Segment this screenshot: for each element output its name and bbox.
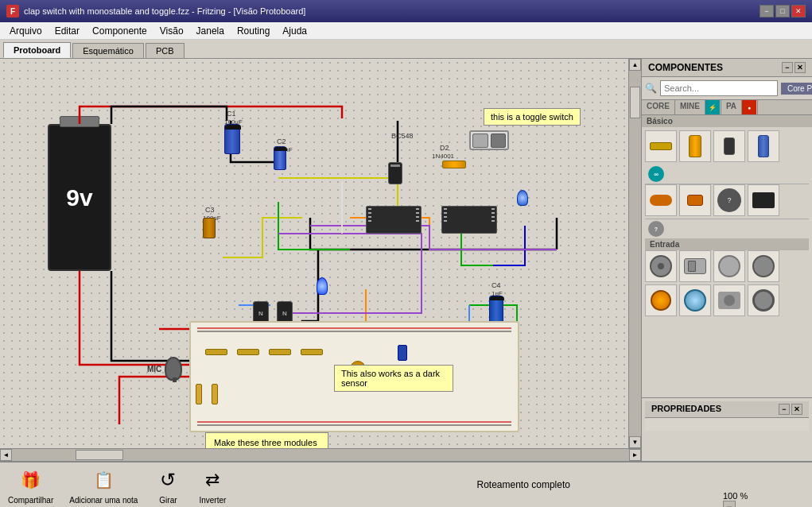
arduino-icon[interactable]: ∞	[648, 166, 664, 182]
scroll-down-button[interactable]: ▼	[629, 436, 641, 448]
routing-status: Roteamento completo	[243, 479, 804, 490]
scroll-up-button[interactable]: ▲	[629, 59, 641, 71]
menu-editar[interactable]: Editar	[49, 24, 86, 38]
category-tabs: CORE MINE ⚡ PA ●	[642, 100, 812, 115]
minimize-button[interactable]: −	[760, 5, 774, 17]
led-blue[interactable]	[517, 190, 528, 206]
menu-ajuda[interactable]: Ajuda	[276, 24, 313, 38]
sidebar-minimize-button[interactable]: −	[782, 62, 793, 73]
add-note-button[interactable]: 📋 Adicionar uma nota	[69, 466, 138, 505]
capacitor-c3[interactable]	[203, 218, 216, 238]
comp-photo[interactable]	[645, 284, 677, 316]
battery-9v[interactable]: 9v	[48, 124, 111, 271]
tab-esquematico[interactable]: Esquemático	[72, 43, 144, 58]
cat-mine[interactable]: MINE	[675, 100, 705, 114]
share-button[interactable]: 🎁 Compartilhar	[8, 466, 53, 505]
microphone[interactable]	[165, 357, 182, 381]
comp-speaker[interactable]	[713, 284, 745, 316]
menu-routing[interactable]: Routing	[231, 24, 276, 38]
title-text: clap switch with monostable and toggle.f…	[24, 6, 305, 16]
diode-d2[interactable]	[442, 161, 466, 168]
comp-row-1	[645, 130, 809, 162]
resistor-4[interactable]	[301, 349, 323, 355]
capacitor-c1[interactable]	[224, 124, 240, 154]
props-close-button[interactable]: ✕	[791, 404, 802, 415]
comp-switch[interactable]	[679, 250, 711, 282]
svg-text:D2: D2	[440, 144, 449, 152]
hscroll-track[interactable]	[12, 449, 629, 461]
menu-componente[interactable]: Componente	[86, 24, 153, 38]
horizontal-scrollbar[interactable]: ◄ ►	[0, 448, 641, 461]
comp-knob[interactable]	[713, 250, 745, 282]
menu-arquivo[interactable]: Arquivo	[3, 24, 49, 38]
board-canvas[interactable]: 9v	[0, 59, 628, 448]
capacitor-c2[interactable]	[274, 146, 286, 170]
resistor-2[interactable]	[237, 349, 259, 355]
ic-chip-2[interactable]	[441, 206, 497, 234]
tooltip-toggle-text: this is a toggle switch	[491, 112, 573, 122]
comp-motor[interactable]	[679, 184, 711, 216]
section-basico-label: Básico	[642, 115, 812, 127]
core-parts-label: Core Parts	[781, 83, 812, 95]
battery-label: 9v	[66, 184, 92, 211]
cat-pa[interactable]: PA	[721, 100, 742, 114]
comp-button[interactable]	[748, 250, 779, 282]
tooltip-dark-sensor: This also works as a dark sensor	[334, 365, 453, 392]
scroll-right-button[interactable]: ►	[629, 449, 641, 461]
cat-red[interactable]: ●	[742, 100, 756, 114]
comp-coil[interactable]	[645, 184, 677, 216]
microphone-area[interactable]: MIC	[147, 357, 182, 381]
comp-resistor[interactable]	[645, 130, 677, 162]
properties-header: PROPRIEDADES − ✕	[645, 401, 809, 418]
resistor-3[interactable]	[269, 349, 291, 355]
comp-encoder[interactable]	[748, 284, 779, 316]
toggle-switch[interactable]	[469, 130, 509, 150]
comp-mystery[interactable]: ?	[713, 184, 745, 216]
transistor-bc548[interactable]	[388, 162, 402, 184]
comp-cap-blue-big[interactable]	[748, 130, 779, 162]
led-blue-2[interactable]	[317, 277, 328, 295]
canvas-area[interactable]: 9v	[0, 59, 628, 448]
cap-small-1[interactable]	[398, 345, 407, 361]
resistor-1[interactable]	[205, 349, 227, 355]
comp-transistor-npn[interactable]	[713, 130, 745, 162]
hscroll-thumb[interactable]	[76, 450, 123, 460]
flip-label: Inverter	[199, 496, 226, 505]
zoom-out-button[interactable]: −	[723, 501, 736, 508]
svg-text:1N4001: 1N4001	[432, 153, 455, 160]
scroll-left-button[interactable]: ◄	[0, 449, 12, 461]
comp-potentiometer[interactable]	[645, 250, 677, 282]
tooltip-three-modules: Make these three modules separately and …	[205, 432, 328, 448]
close-button[interactable]: ✕	[791, 5, 806, 17]
resistor-6[interactable]	[212, 384, 218, 404]
comp-ic[interactable]	[748, 184, 779, 216]
titlebar: F clap switch with monostable and toggle…	[0, 0, 812, 22]
zoom-level: 100 %	[723, 491, 748, 501]
maximize-button[interactable]: □	[775, 5, 790, 17]
menu-janela[interactable]: Janela	[190, 24, 231, 38]
vertical-scrollbar[interactable]: ▲ ▼	[628, 59, 641, 448]
props-minimize-button[interactable]: −	[779, 404, 790, 415]
comp-row-2: ?	[645, 184, 809, 216]
sidebar-close-button[interactable]: ✕	[795, 62, 806, 73]
routing-status-text: Roteamento completo	[477, 479, 570, 490]
ic-chip-1[interactable]	[366, 206, 422, 234]
comp-cap-yellow[interactable]	[679, 130, 711, 162]
svg-text:C2: C2	[277, 137, 286, 145]
tab-protoboard[interactable]: Protoboard	[3, 42, 71, 58]
resistor-5[interactable]	[196, 384, 202, 404]
tab-pcb[interactable]: PCB	[146, 43, 185, 58]
cat-core[interactable]: CORE	[642, 100, 675, 114]
menu-visao[interactable]: Visão	[153, 24, 190, 38]
search-input[interactable]	[660, 80, 778, 96]
scroll-thumb[interactable]	[630, 87, 640, 118]
rotate-button[interactable]: ↺ Girar	[153, 466, 182, 505]
arduino-row: ∞	[645, 164, 809, 184]
flip-button[interactable]: ⇄ Inverter	[198, 466, 227, 505]
cat-arduino[interactable]: ⚡	[705, 100, 720, 114]
pa-row: ?	[645, 219, 809, 238]
properties-panel: PROPRIEDADES − ✕	[642, 397, 812, 461]
scroll-track[interactable]	[629, 71, 641, 436]
mystery-icon[interactable]: ?	[648, 221, 664, 237]
comp-motor-2[interactable]	[679, 284, 711, 316]
